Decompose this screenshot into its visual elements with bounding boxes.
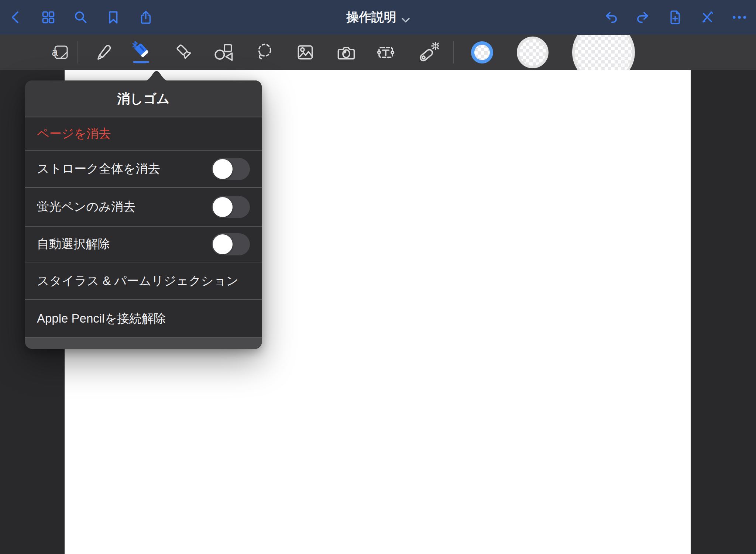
- popover-item-erase-page[interactable]: ページを消去: [25, 117, 262, 151]
- popover-arrow: [134, 70, 179, 81]
- erase-highlighter-only-toggle-off[interactable]: [212, 196, 250, 218]
- add-page-icon: [667, 9, 683, 25]
- thumbnails-grid-icon: [40, 9, 56, 25]
- pen-tool-button[interactable]: [91, 35, 114, 70]
- disconnect-apple-pencil-label: Apple Pencilを接続解除: [37, 310, 166, 327]
- camera-tool-button[interactable]: [334, 35, 358, 70]
- erase-highlighter-only-label: 蛍光ペンのみ消去: [37, 199, 135, 215]
- back-chevron-icon: [8, 10, 23, 25]
- toolbar-divider: [78, 41, 78, 63]
- pen-icon: [92, 42, 113, 63]
- eraser-size-medium[interactable]: [517, 37, 549, 68]
- toggle-knob: [213, 159, 233, 179]
- camera-icon: [336, 42, 357, 63]
- share-button[interactable]: [137, 8, 155, 26]
- lasso-tool-button[interactable]: [252, 35, 276, 70]
- auto-deselect-toggle-off[interactable]: [212, 233, 250, 255]
- pen-disable-button[interactable]: [698, 8, 716, 26]
- toggle-knob: [213, 234, 233, 254]
- pen-disabled-icon: [699, 9, 715, 25]
- undo-icon: [603, 9, 619, 25]
- redo-button[interactable]: [634, 8, 652, 26]
- topbar-left-group: [7, 0, 155, 35]
- redo-icon: [635, 9, 651, 25]
- stylus-palm-rejection-label: スタイラス & パームリジェクション: [37, 273, 238, 289]
- more-ellipsis-icon: [731, 9, 748, 26]
- selected-tool-indicator: [133, 61, 149, 63]
- erase-entire-stroke-label: ストローク全体を消去: [37, 161, 160, 177]
- auto-deselect-label: 自動選択解除: [37, 236, 110, 252]
- top-navigation-bar: 操作説明: [0, 0, 756, 35]
- erase-entire-stroke-toggle-off[interactable]: [212, 158, 250, 180]
- app-window: 操作説明 a: [0, 0, 756, 554]
- image-tool-button[interactable]: [293, 35, 317, 70]
- zoom-window-icon: a: [50, 42, 70, 62]
- eraser-size-large[interactable]: [572, 35, 635, 70]
- shapes-tool-button[interactable]: [212, 35, 235, 70]
- add-page-button[interactable]: [666, 8, 684, 26]
- document-title: 操作説明: [346, 9, 396, 26]
- topbar-right-group: [602, 0, 748, 35]
- popover-footer: [25, 338, 262, 349]
- page-thumbnails-button[interactable]: [39, 8, 57, 26]
- image-icon: [295, 42, 316, 63]
- popover-item-erase-highlighter-only[interactable]: 蛍光ペンのみ消去: [25, 188, 262, 227]
- svg-text:a: a: [52, 46, 58, 58]
- undo-button[interactable]: [602, 8, 620, 26]
- chevron-down-icon: [402, 11, 410, 26]
- laser-pointer-icon: [417, 41, 439, 63]
- toolbar-divider: [453, 41, 454, 63]
- popover-title: 消しゴム: [25, 80, 262, 117]
- lasso-icon: [254, 42, 275, 63]
- bookmark-icon: [106, 10, 121, 25]
- search-icon: [73, 9, 89, 25]
- eraser-popover: 消しゴム ページを消去 ストローク全体を消去 蛍光ペンのみ消去 自動選択解除 ス…: [25, 80, 262, 349]
- back-button[interactable]: [7, 8, 25, 26]
- shapes-icon: [213, 42, 234, 63]
- text-tool-icon: [375, 42, 396, 63]
- popover-item-disconnect-apple-pencil[interactable]: Apple Pencilを接続解除: [25, 300, 262, 338]
- highlighter-icon: [174, 42, 195, 63]
- toggle-knob: [213, 197, 233, 217]
- tools-toolbar: a: [0, 35, 756, 70]
- highlighter-tool-button[interactable]: [173, 35, 196, 70]
- bookmark-button[interactable]: [104, 8, 122, 26]
- laser-pointer-tool-button[interactable]: [416, 35, 440, 70]
- zoom-window-tool-button[interactable]: a: [48, 35, 72, 70]
- more-options-button[interactable]: [731, 8, 748, 26]
- search-button[interactable]: [72, 8, 90, 26]
- eraser-tool-button[interactable]: [130, 35, 153, 70]
- eraser-size-small-selected[interactable]: [471, 41, 493, 63]
- popover-item-auto-deselect[interactable]: 自動選択解除: [25, 227, 262, 262]
- popover-item-erase-entire-stroke[interactable]: ストローク全体を消去: [25, 151, 262, 188]
- text-tool-button[interactable]: [374, 35, 398, 70]
- share-icon: [138, 10, 154, 25]
- erase-page-label: ページを消去: [37, 125, 111, 142]
- popover-item-stylus-palm-rejection[interactable]: スタイラス & パームリジェクション: [25, 262, 262, 300]
